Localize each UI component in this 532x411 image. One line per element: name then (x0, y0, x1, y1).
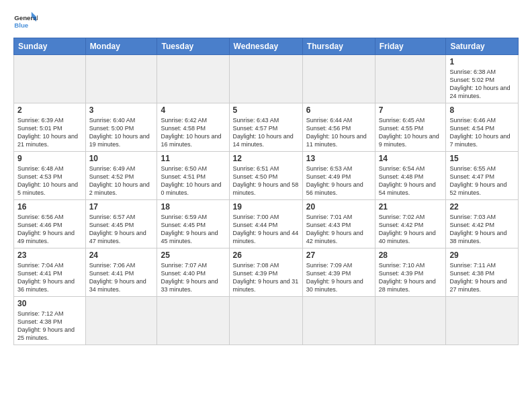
day-info: Sunrise: 6:42 AM Sunset: 4:58 PM Dayligh… (161, 116, 225, 149)
calendar-cell: 23Sunrise: 7:04 AM Sunset: 4:41 PM Dayli… (14, 248, 86, 297)
day-info: Sunrise: 6:57 AM Sunset: 4:45 PM Dayligh… (89, 213, 154, 246)
logo-icon: General Blue (13, 11, 38, 31)
calendar-cell: 3Sunrise: 6:40 AM Sunset: 5:00 PM Daylig… (85, 103, 157, 152)
weekday-monday: Monday (85, 38, 157, 55)
day-info: Sunrise: 7:01 AM Sunset: 4:43 PM Dayligh… (306, 213, 371, 246)
calendar-cell: 11Sunrise: 6:50 AM Sunset: 4:51 PM Dayli… (157, 152, 229, 200)
day-info: Sunrise: 6:56 AM Sunset: 4:46 PM Dayligh… (17, 213, 82, 246)
day-number: 28 (379, 250, 443, 260)
calendar-cell (302, 55, 375, 103)
day-info: Sunrise: 7:06 AM Sunset: 4:41 PM Dayligh… (89, 261, 154, 294)
calendar-cell (85, 297, 157, 345)
calendar-cell: 19Sunrise: 7:00 AM Sunset: 4:44 PM Dayli… (229, 200, 302, 248)
calendar-cell (229, 297, 302, 345)
calendar-cell: 26Sunrise: 7:08 AM Sunset: 4:39 PM Dayli… (229, 248, 302, 297)
day-number: 11 (161, 154, 225, 163)
calendar: SundayMondayTuesdayWednesdayThursdayFrid… (13, 38, 519, 345)
day-info: Sunrise: 6:48 AM Sunset: 4:53 PM Dayligh… (17, 165, 82, 197)
day-info: Sunrise: 6:53 AM Sunset: 4:49 PM Dayligh… (306, 165, 371, 197)
calendar-cell: 17Sunrise: 6:57 AM Sunset: 4:45 PM Dayli… (85, 200, 157, 248)
day-number: 6 (306, 105, 371, 115)
calendar-cell: 27Sunrise: 7:09 AM Sunset: 4:39 PM Dayli… (302, 248, 375, 297)
calendar-cell (302, 297, 375, 345)
calendar-cell (375, 297, 446, 345)
logo: General Blue (13, 11, 38, 31)
calendar-cell: 20Sunrise: 7:01 AM Sunset: 4:43 PM Dayli… (302, 200, 375, 248)
calendar-cell: 7Sunrise: 6:45 AM Sunset: 4:55 PM Daylig… (375, 103, 446, 152)
calendar-cell: 15Sunrise: 6:55 AM Sunset: 4:47 PM Dayli… (446, 152, 519, 200)
day-number: 4 (161, 105, 225, 115)
day-info: Sunrise: 7:02 AM Sunset: 4:42 PM Dayligh… (379, 213, 443, 246)
day-number: 13 (306, 154, 371, 163)
weekday-friday: Friday (375, 38, 446, 55)
week-row-6: 30Sunrise: 7:12 AM Sunset: 4:38 PM Dayli… (14, 297, 519, 345)
day-number: 14 (379, 154, 443, 163)
day-info: Sunrise: 7:03 AM Sunset: 4:42 PM Dayligh… (449, 213, 515, 246)
day-info: Sunrise: 6:49 AM Sunset: 4:52 PM Dayligh… (89, 165, 154, 197)
calendar-cell (446, 297, 519, 345)
calendar-cell (375, 55, 446, 103)
day-number: 9 (17, 154, 82, 163)
weekday-tuesday: Tuesday (157, 38, 229, 55)
day-number: 27 (306, 250, 371, 260)
day-info: Sunrise: 6:40 AM Sunset: 5:00 PM Dayligh… (89, 116, 154, 149)
weekday-saturday: Saturday (446, 38, 519, 55)
day-number: 10 (89, 154, 154, 163)
day-info: Sunrise: 6:55 AM Sunset: 4:47 PM Dayligh… (449, 165, 515, 197)
calendar-cell: 24Sunrise: 7:06 AM Sunset: 4:41 PM Dayli… (85, 248, 157, 297)
calendar-cell: 25Sunrise: 7:07 AM Sunset: 4:40 PM Dayli… (157, 248, 229, 297)
day-number: 12 (233, 154, 299, 163)
calendar-cell: 29Sunrise: 7:11 AM Sunset: 4:38 PM Dayli… (446, 248, 519, 297)
weekday-header-row: SundayMondayTuesdayWednesdayThursdayFrid… (14, 38, 519, 55)
day-info: Sunrise: 7:08 AM Sunset: 4:39 PM Dayligh… (233, 261, 299, 294)
calendar-cell: 18Sunrise: 6:59 AM Sunset: 4:45 PM Dayli… (157, 200, 229, 248)
day-number: 24 (89, 250, 154, 260)
day-number: 7 (379, 105, 443, 115)
day-info: Sunrise: 6:50 AM Sunset: 4:51 PM Dayligh… (161, 165, 225, 197)
calendar-cell: 16Sunrise: 6:56 AM Sunset: 4:46 PM Dayli… (14, 200, 86, 248)
calendar-cell: 10Sunrise: 6:49 AM Sunset: 4:52 PM Dayli… (85, 152, 157, 200)
week-row-5: 23Sunrise: 7:04 AM Sunset: 4:41 PM Dayli… (14, 248, 519, 297)
calendar-cell: 1Sunrise: 6:38 AM Sunset: 5:02 PM Daylig… (446, 55, 519, 103)
day-info: Sunrise: 7:10 AM Sunset: 4:39 PM Dayligh… (379, 261, 443, 294)
calendar-cell (85, 55, 157, 103)
week-row-2: 2Sunrise: 6:39 AM Sunset: 5:01 PM Daylig… (14, 103, 519, 152)
calendar-cell: 21Sunrise: 7:02 AM Sunset: 4:42 PM Dayli… (375, 200, 446, 248)
calendar-cell: 22Sunrise: 7:03 AM Sunset: 4:42 PM Dayli… (446, 200, 519, 248)
day-number: 21 (379, 202, 443, 212)
day-number: 1 (449, 57, 515, 66)
day-info: Sunrise: 7:07 AM Sunset: 4:40 PM Dayligh… (161, 261, 225, 294)
day-number: 26 (233, 250, 299, 260)
calendar-cell: 13Sunrise: 6:53 AM Sunset: 4:49 PM Dayli… (302, 152, 375, 200)
day-number: 30 (17, 299, 82, 308)
day-info: Sunrise: 7:00 AM Sunset: 4:44 PM Dayligh… (233, 213, 299, 246)
calendar-cell: 8Sunrise: 6:46 AM Sunset: 4:54 PM Daylig… (446, 103, 519, 152)
day-info: Sunrise: 6:51 AM Sunset: 4:50 PM Dayligh… (233, 165, 299, 197)
weekday-sunday: Sunday (14, 38, 86, 55)
header: General Blue (13, 11, 519, 31)
day-number: 20 (306, 202, 371, 212)
week-row-4: 16Sunrise: 6:56 AM Sunset: 4:46 PM Dayli… (14, 200, 519, 248)
day-info: Sunrise: 6:38 AM Sunset: 5:02 PM Dayligh… (449, 68, 515, 101)
day-info: Sunrise: 7:11 AM Sunset: 4:38 PM Dayligh… (449, 261, 515, 294)
calendar-cell: 6Sunrise: 6:44 AM Sunset: 4:56 PM Daylig… (302, 103, 375, 152)
day-info: Sunrise: 7:04 AM Sunset: 4:41 PM Dayligh… (17, 261, 82, 294)
day-number: 23 (17, 250, 82, 260)
day-number: 5 (233, 105, 299, 115)
week-row-1: 1Sunrise: 6:38 AM Sunset: 5:02 PM Daylig… (14, 55, 519, 103)
page: General Blue SundayMondayTuesdayWednesda… (0, 0, 532, 411)
day-info: Sunrise: 6:43 AM Sunset: 4:57 PM Dayligh… (233, 116, 299, 149)
day-info: Sunrise: 6:44 AM Sunset: 4:56 PM Dayligh… (306, 116, 371, 149)
day-info: Sunrise: 6:46 AM Sunset: 4:54 PM Dayligh… (449, 116, 515, 149)
calendar-cell: 28Sunrise: 7:10 AM Sunset: 4:39 PM Dayli… (375, 248, 446, 297)
calendar-cell (157, 297, 229, 345)
day-number: 22 (449, 202, 515, 212)
calendar-cell: 5Sunrise: 6:43 AM Sunset: 4:57 PM Daylig… (229, 103, 302, 152)
day-info: Sunrise: 6:45 AM Sunset: 4:55 PM Dayligh… (379, 116, 443, 149)
day-info: Sunrise: 6:54 AM Sunset: 4:48 PM Dayligh… (379, 165, 443, 197)
day-number: 29 (449, 250, 515, 260)
calendar-cell: 9Sunrise: 6:48 AM Sunset: 4:53 PM Daylig… (14, 152, 86, 200)
day-number: 25 (161, 250, 225, 260)
calendar-cell: 14Sunrise: 6:54 AM Sunset: 4:48 PM Dayli… (375, 152, 446, 200)
weekday-wednesday: Wednesday (229, 38, 302, 55)
